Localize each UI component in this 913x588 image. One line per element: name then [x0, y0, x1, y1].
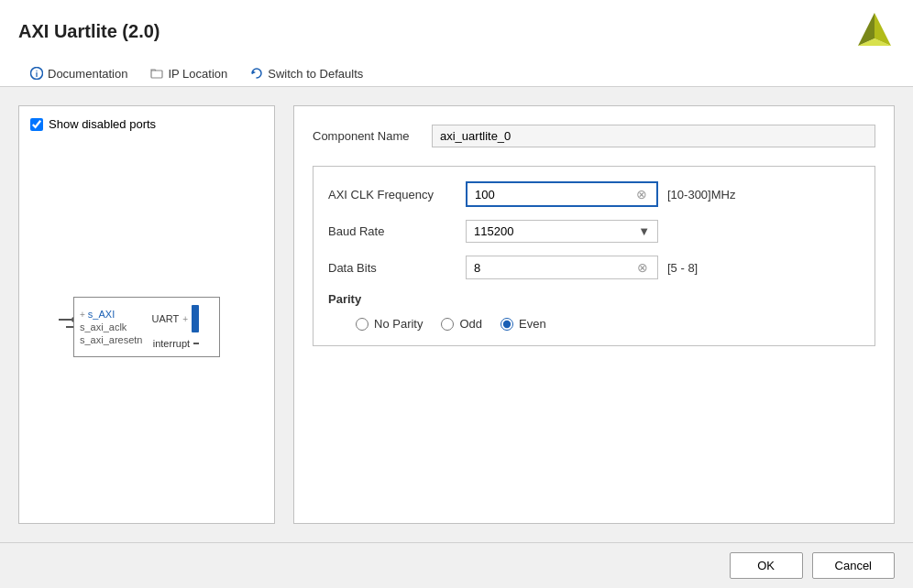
component-name-row: Component Name — [313, 125, 875, 147]
data-bits-input[interactable] — [474, 261, 635, 275]
ip-location-button[interactable]: IP Location — [138, 60, 238, 86]
left-panel: Show disabled ports + s_AXI — [18, 105, 275, 524]
svg-rect-5 — [151, 71, 162, 78]
parity-odd-radio[interactable] — [441, 318, 454, 331]
parity-odd-label: Odd — [459, 317, 482, 331]
parity-even-radio[interactable] — [500, 318, 513, 331]
toolbar: i Documentation IP Location Switch to De… — [18, 60, 895, 86]
footer: OK Cancel — [0, 542, 913, 588]
right-ports: UART + interrupt — [152, 305, 200, 349]
parity-options: No Parity Odd Even — [328, 317, 860, 331]
baud-rate-select[interactable]: 9600 19200 38400 57600 115200 230400 — [467, 221, 657, 242]
show-ports-checkbox[interactable] — [30, 118, 43, 131]
documentation-label: Documentation — [48, 67, 127, 81]
component-name-label: Component Name — [313, 129, 423, 143]
settings-box: AXI CLK Frequency ⊗ [10-300]MHz Baud Rat… — [313, 166, 875, 346]
svg-marker-6 — [252, 71, 256, 74]
parity-even-option[interactable]: Even — [500, 317, 546, 331]
data-bits-label: Data Bits — [328, 261, 456, 275]
header: AXI Uartlite (2.0) i Documentation IP Lo… — [0, 0, 913, 87]
app-title: AXI Uartlite (2.0) — [18, 21, 160, 42]
right-panel: Component Name AXI CLK Frequency ⊗ [10-3… — [293, 105, 895, 524]
clk-freq-input[interactable] — [475, 188, 634, 201]
parity-even-label: Even — [519, 317, 546, 331]
clk-freq-label: AXI CLK Frequency — [328, 188, 456, 201]
ip-location-label: IP Location — [168, 67, 227, 81]
parity-section: Parity No Parity Odd Even — [328, 292, 860, 331]
data-bits-clear-icon[interactable]: ⊗ — [635, 260, 650, 275]
port-s-axi: s_AXI — [88, 309, 115, 320]
ok-button[interactable]: OK — [730, 552, 803, 579]
parity-no-parity-radio[interactable] — [356, 318, 368, 331]
data-bits-row: Data Bits ⊗ [5 - 8] — [328, 256, 860, 279]
main-content: Show disabled ports + s_AXI — [0, 87, 913, 542]
component-name-input[interactable] — [432, 125, 875, 147]
data-bits-input-wrapper: ⊗ — [466, 256, 658, 279]
clk-freq-input-wrapper: ⊗ — [466, 181, 658, 207]
switch-defaults-label: Switch to Defaults — [268, 67, 363, 81]
component-diagram: + s_AXI s_axi_aclk s_axi_aresetn — [73, 297, 220, 357]
parity-no-parity-option[interactable]: No Parity — [356, 317, 423, 331]
show-ports-row: Show disabled ports — [30, 117, 263, 131]
baud-rate-row: Baud Rate 9600 19200 38400 57600 115200 … — [328, 220, 860, 243]
clk-freq-clear-icon[interactable]: ⊗ — [634, 187, 649, 201]
baud-rate-select-wrapper: 9600 19200 38400 57600 115200 230400 ▼ — [466, 220, 658, 243]
clk-freq-hint: [10-300]MHz — [667, 188, 735, 201]
clk-freq-row: AXI CLK Frequency ⊗ [10-300]MHz — [328, 181, 860, 207]
svg-text:i: i — [36, 70, 38, 79]
parity-label: Parity — [328, 292, 860, 306]
data-bits-hint: [5 - 8] — [667, 261, 698, 275]
left-ports: + s_AXI s_axi_aclk s_axi_aresetn — [80, 309, 143, 345]
parity-no-parity-label: No Parity — [374, 317, 423, 331]
switch-defaults-button[interactable]: Switch to Defaults — [238, 60, 374, 86]
cancel-button[interactable]: Cancel — [812, 552, 895, 579]
app-logo — [854, 11, 895, 51]
parity-odd-option[interactable]: Odd — [441, 317, 482, 331]
folder-icon — [149, 66, 164, 81]
info-icon: i — [29, 66, 44, 81]
baud-rate-label: Baud Rate — [328, 224, 456, 238]
show-ports-label: Show disabled ports — [49, 117, 156, 131]
documentation-button[interactable]: i Documentation — [18, 60, 138, 86]
diagram-area: + s_AXI s_axi_aclk s_axi_aresetn — [30, 142, 263, 512]
refresh-icon — [249, 66, 264, 81]
